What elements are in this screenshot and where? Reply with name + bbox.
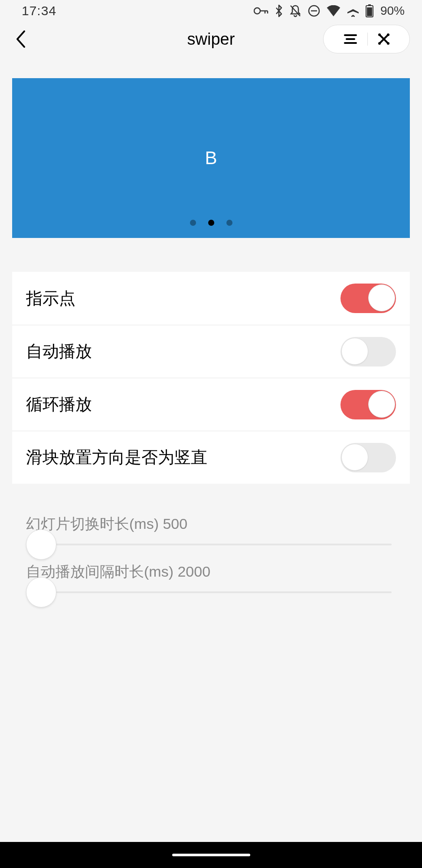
back-button[interactable] xyxy=(12,30,29,48)
app-nav-bar: swiper xyxy=(0,22,422,56)
capsule-close-button[interactable] xyxy=(377,33,390,46)
vpn-key-icon xyxy=(254,7,268,15)
toggle-knob xyxy=(368,391,395,418)
swiper-indicator-dots xyxy=(190,220,232,226)
mini-program-capsule xyxy=(323,25,410,53)
svg-point-0 xyxy=(254,8,260,14)
status-icons-group: 90% xyxy=(254,4,405,18)
svg-point-13 xyxy=(387,33,389,36)
toggle-vertical[interactable] xyxy=(340,443,396,472)
slider-label-duration: 幻灯片切换时长(ms) 500 xyxy=(26,514,396,534)
slider-track-interval[interactable] xyxy=(30,591,392,593)
capsule-menu-button[interactable] xyxy=(343,33,358,45)
svg-point-14 xyxy=(378,42,381,45)
svg-point-12 xyxy=(378,33,381,36)
toggle-indicator[interactable] xyxy=(340,284,396,313)
chevron-left-icon xyxy=(15,30,27,49)
notification-off-icon xyxy=(289,4,301,17)
android-navigation-bar xyxy=(0,842,422,868)
settings-card: 指示点 自动播放 循环播放 滑块放置方向是否为竖直 xyxy=(12,272,410,484)
android-nav-pill[interactable] xyxy=(172,854,250,856)
slider-thumb-interval[interactable] xyxy=(26,577,56,607)
airplane-icon xyxy=(347,4,360,17)
setting-label: 滑块放置方向是否为竖直 xyxy=(26,446,207,469)
battery-icon xyxy=(366,4,373,17)
sliders-area: 幻灯片切换时长(ms) 500 自动播放间隔时长(ms) 2000 xyxy=(26,514,396,593)
svg-rect-6 xyxy=(367,7,372,16)
setting-label: 指示点 xyxy=(26,287,75,310)
swiper-slide-label: B xyxy=(205,148,217,168)
slider-label-interval: 自动播放间隔时长(ms) 2000 xyxy=(26,562,396,582)
wifi-icon xyxy=(327,5,340,17)
close-icon xyxy=(377,33,390,46)
setting-row-autoplay: 自动播放 xyxy=(12,325,410,378)
capsule-divider xyxy=(367,33,368,46)
swiper-dot-0[interactable] xyxy=(190,220,196,226)
toggle-knob xyxy=(341,444,368,471)
setting-label: 循环播放 xyxy=(26,393,92,416)
svg-point-15 xyxy=(387,42,389,45)
battery-percent: 90% xyxy=(380,4,405,18)
toggle-loop[interactable] xyxy=(340,390,396,419)
slider-block-interval: 自动播放间隔时长(ms) 2000 xyxy=(26,562,396,593)
toggle-autoplay[interactable] xyxy=(340,337,396,366)
setting-row-indicator: 指示点 xyxy=(12,272,410,325)
swiper[interactable]: B xyxy=(12,78,410,238)
slider-track-duration[interactable] xyxy=(30,544,392,545)
android-status-bar: 17:34 90% xyxy=(0,0,422,22)
toggle-knob xyxy=(341,338,368,365)
setting-row-vertical: 滑块放置方向是否为竖直 xyxy=(12,431,410,484)
swiper-dot-2[interactable] xyxy=(226,220,232,226)
swiper-dot-1[interactable] xyxy=(208,220,214,226)
status-time: 17:34 xyxy=(22,3,56,18)
toggle-knob xyxy=(368,284,395,311)
bluetooth-icon xyxy=(275,4,283,17)
setting-label: 自动播放 xyxy=(26,340,92,363)
slider-thumb-duration[interactable] xyxy=(26,529,56,560)
menu-icon xyxy=(343,33,358,45)
do-not-disturb-icon xyxy=(308,4,321,17)
page-title: swiper xyxy=(187,30,235,49)
swiper-container: B xyxy=(12,78,410,238)
setting-row-loop: 循环播放 xyxy=(12,378,410,431)
slider-block-duration: 幻灯片切换时长(ms) 500 xyxy=(26,514,396,545)
